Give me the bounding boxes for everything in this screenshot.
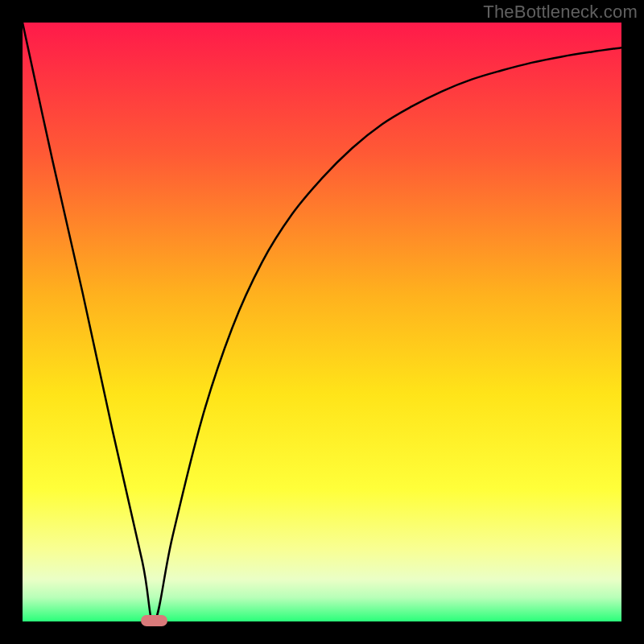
chart-frame xyxy=(23,23,621,621)
watermark-text: TheBottleneck.com xyxy=(483,2,638,23)
bottleneck-curve xyxy=(23,23,621,621)
curve-path xyxy=(23,23,621,621)
minimum-marker xyxy=(141,615,167,626)
